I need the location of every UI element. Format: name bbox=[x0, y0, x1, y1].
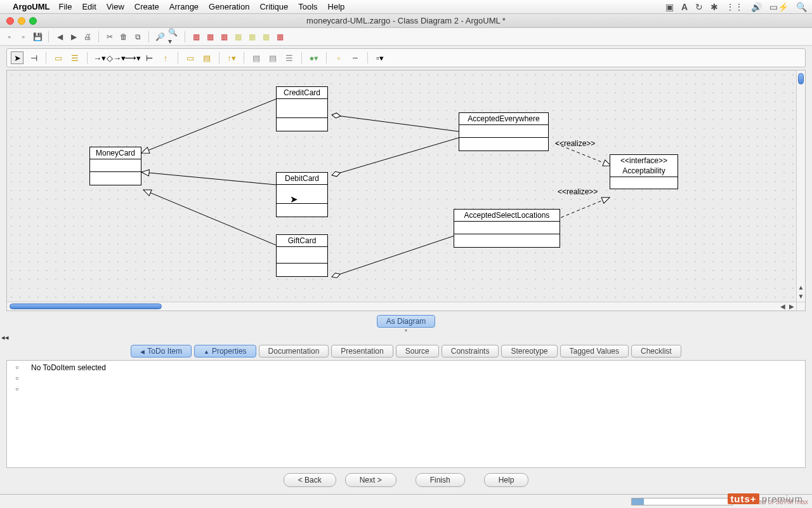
tab-presentation[interactable]: Presentation bbox=[331, 345, 393, 358]
menu-arrange[interactable]: Arrange bbox=[169, 2, 199, 11]
tool-assocclass-icon[interactable]: ☰ bbox=[283, 51, 296, 64]
splitter-handle-icon[interactable]: ◂◂ bbox=[1, 333, 9, 342]
no-todo-label: No ToDoItem selected bbox=[31, 363, 106, 372]
todo-new-icon[interactable]: ▫ bbox=[16, 363, 19, 371]
nav-back-icon[interactable]: ◀ bbox=[54, 31, 65, 43]
back-button[interactable]: < Back bbox=[284, 473, 336, 487]
tool-oper-icon[interactable]: ▤ bbox=[266, 51, 279, 64]
menu-edit[interactable]: Edit bbox=[82, 2, 96, 11]
diagram-deploy-icon[interactable]: ▦ bbox=[274, 31, 285, 43]
vscroll-thumb[interactable] bbox=[798, 73, 804, 84]
tab-source[interactable]: Source bbox=[396, 345, 439, 358]
tab-documentation[interactable]: Documentation bbox=[259, 345, 329, 358]
tool-assoc-icon[interactable]: →▾ bbox=[93, 51, 106, 64]
class-giftcard[interactable]: GiftCard bbox=[276, 234, 328, 277]
tool-comment-icon[interactable]: ▫▾ bbox=[374, 51, 386, 64]
diagram-seq-icon[interactable]: ▦ bbox=[218, 31, 230, 43]
diagram-canvas[interactable]: MoneyCard CreditCard DebitCard GiftCard … bbox=[7, 70, 796, 302]
menulet-adobe-icon[interactable]: A bbox=[681, 2, 688, 12]
menulet-volume-icon[interactable]: 🔊 bbox=[751, 2, 762, 12]
menu-create[interactable]: Create bbox=[134, 2, 159, 11]
tool-gen-icon[interactable]: ↑ bbox=[159, 51, 172, 64]
brand-tuts: tuts+ bbox=[728, 493, 759, 504]
tab-checklist[interactable]: Checklist bbox=[631, 345, 681, 358]
splitter-grip-icon[interactable]: ▾ bbox=[0, 328, 812, 333]
detail-panel: ▫ ▫ ▫ No ToDoItem selected bbox=[6, 360, 806, 468]
vertical-scrollbar[interactable]: ▲ ▼ bbox=[796, 70, 805, 302]
tab-constraints[interactable]: Constraints bbox=[442, 345, 499, 358]
finish-button[interactable]: Finish bbox=[416, 473, 465, 487]
diagram-activity-icon[interactable]: ▦ bbox=[260, 31, 272, 43]
find-icon[interactable]: 🔎 bbox=[154, 31, 166, 43]
vscroll-up-icon[interactable]: ▲ bbox=[797, 284, 805, 293]
vscroll-down-icon[interactable]: ▼ bbox=[797, 293, 805, 302]
todo-resolve-icon[interactable]: ▫ bbox=[16, 374, 19, 382]
tool-broom-icon[interactable]: ⊣ bbox=[27, 51, 40, 64]
menu-help[interactable]: Help bbox=[328, 2, 345, 11]
tool-link-icon[interactable]: ┄ bbox=[349, 51, 362, 64]
nav-fwd-icon[interactable]: ▶ bbox=[68, 31, 79, 43]
copy-icon[interactable]: ⧉ bbox=[132, 31, 143, 43]
hscroll-thumb[interactable] bbox=[10, 304, 162, 309]
menu-generation[interactable]: Generation bbox=[209, 2, 249, 11]
menu-file[interactable]: File bbox=[59, 2, 72, 11]
svg-line-5 bbox=[332, 236, 455, 277]
menulet-timemachine-icon[interactable]: ↻ bbox=[695, 2, 703, 12]
class-moneycard[interactable]: MoneyCard bbox=[89, 147, 141, 185]
menulet-battery-icon[interactable]: ▭⚡ bbox=[769, 2, 789, 12]
interface-acceptability[interactable]: <<interface>> Acceptability bbox=[610, 154, 678, 189]
tool-select-icon[interactable]: ➤ bbox=[11, 51, 23, 64]
svg-line-3 bbox=[332, 115, 459, 131]
tool-compos-icon[interactable]: ⟶▾ bbox=[126, 51, 139, 64]
diagram-usecase-icon[interactable]: ▦ bbox=[190, 31, 202, 43]
mac-menubar: ArgoUML File Edit View Create Arrange Ge… bbox=[0, 0, 812, 14]
brand-premium: premium bbox=[762, 493, 803, 504]
menu-critique[interactable]: Critique bbox=[259, 2, 288, 11]
hscroll-right-icon[interactable]: ▶ bbox=[787, 302, 796, 311]
tool-enum-icon[interactable]: ▤ bbox=[200, 51, 213, 64]
class-debitcard[interactable]: DebitCard bbox=[276, 172, 328, 217]
class-creditcard[interactable]: CreditCard bbox=[276, 86, 328, 131]
as-diagram-button[interactable]: As Diagram bbox=[377, 315, 436, 328]
todo-snooze-icon[interactable]: ▫ bbox=[16, 385, 19, 393]
menulet-spotlight-icon[interactable]: 🔍 bbox=[796, 2, 807, 12]
print-icon[interactable]: 🖨 bbox=[82, 31, 93, 43]
tool-assoc2-icon[interactable]: ⊢ bbox=[143, 51, 155, 64]
class-name: AcceptedSelectLocations bbox=[454, 210, 560, 222]
open-icon[interactable]: ▫ bbox=[18, 31, 29, 43]
menulet-wifi-icon[interactable]: ⋮⋮ bbox=[726, 2, 743, 12]
tool-node-icon[interactable]: ▫ bbox=[332, 51, 345, 64]
menulet-record-icon[interactable]: ▣ bbox=[665, 2, 674, 12]
save-icon[interactable]: 💾 bbox=[32, 31, 43, 43]
tab-todo[interactable]: ◀ToDo Item bbox=[131, 345, 192, 358]
diagram-collab-icon[interactable]: ▦ bbox=[232, 31, 244, 43]
menu-view[interactable]: View bbox=[107, 2, 124, 11]
class-accepted-everywhere[interactable]: AcceptedEverywhere bbox=[459, 112, 549, 151]
splitter[interactable]: ◂◂ bbox=[0, 333, 812, 342]
diagram-class-icon[interactable]: ▦ bbox=[204, 31, 216, 43]
tool-attr-icon[interactable]: ▤ bbox=[250, 51, 263, 64]
tool-package-icon[interactable]: ▭ bbox=[52, 51, 65, 64]
hscroll-left-icon[interactable]: ◀ bbox=[778, 302, 787, 311]
class-name: GiftCard bbox=[277, 235, 327, 247]
help-button[interactable]: Help bbox=[484, 473, 529, 487]
cut-icon[interactable]: ✂ bbox=[104, 31, 115, 43]
horizontal-scrollbar[interactable]: ◀ ▶ bbox=[7, 302, 796, 311]
tool-realize-icon[interactable]: ↑▾ bbox=[225, 51, 238, 64]
tool-interface-icon[interactable]: ▭ bbox=[184, 51, 197, 64]
next-button[interactable]: Next > bbox=[345, 473, 396, 487]
tab-properties[interactable]: ▲Properties bbox=[194, 345, 256, 358]
tab-stereotype[interactable]: Stereotype bbox=[501, 345, 557, 358]
tool-signal-icon[interactable]: ●▾ bbox=[308, 51, 320, 64]
new-icon[interactable]: ▫ bbox=[4, 31, 15, 43]
menulet-bluetooth-icon[interactable]: ✱ bbox=[710, 2, 718, 12]
tool-class-icon[interactable]: ☰ bbox=[69, 51, 81, 64]
diagram-state-icon[interactable]: ▦ bbox=[246, 31, 258, 43]
tab-tagged-values[interactable]: Tagged Values bbox=[560, 345, 629, 358]
class-accepted-select[interactable]: AcceptedSelectLocations bbox=[454, 209, 560, 248]
menu-tools[interactable]: Tools bbox=[298, 2, 317, 11]
zoom-icon[interactable]: 🔍▾ bbox=[168, 31, 180, 43]
tool-aggreg-icon[interactable]: ◇→▾ bbox=[110, 51, 122, 64]
mac-app-name[interactable]: ArgoUML bbox=[13, 2, 50, 11]
delete-icon[interactable]: 🗑 bbox=[118, 31, 129, 43]
